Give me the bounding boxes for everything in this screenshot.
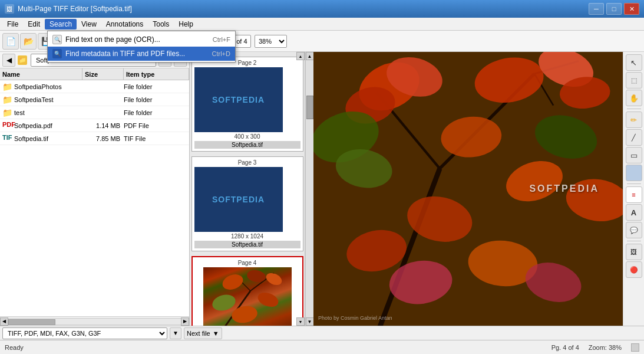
svg-point-8: [230, 304, 258, 324]
titlebar: 🖼 Multi-Page TIFF Editor [Softpedia.tif]…: [0, 0, 644, 18]
file-item-softpediatest[interactable]: 📁 SoftpediaTest File folder: [0, 93, 189, 106]
thumb-scroll-up[interactable]: ▲: [296, 52, 305, 60]
thumb-3-label: Page 3: [194, 159, 300, 166]
file-list-header: Name Size Item type: [0, 68, 189, 80]
file-type-softpediatest: File folder: [124, 96, 187, 103]
find-metadata-shortcut: Ctrl+D: [212, 50, 230, 57]
minimize-button[interactable]: ─: [589, 3, 604, 15]
sticky-note-tool[interactable]: 💬: [626, 222, 642, 238]
thumb-4-svg: [203, 267, 292, 326]
menu-annotations[interactable]: Annotations: [101, 19, 148, 30]
find-metadata-item[interactable]: 🔍 Find metadata in TIFF and PDF files...…: [48, 47, 235, 61]
thumb-vscroll-down[interactable]: ▼: [306, 317, 314, 326]
thumb-3-image: SOFTPEDIA: [194, 167, 283, 232]
rt-sep-2: [627, 183, 641, 184]
rectangle-tool[interactable]: ▭: [626, 147, 642, 163]
text-tool[interactable]: A: [626, 204, 642, 221]
col-header-name[interactable]: Name: [0, 68, 82, 80]
autumn-photo: SOFTPEDIA Photo by Cosmin Gabriel Antan: [313, 52, 623, 326]
svg-point-7: [256, 290, 280, 310]
menu-help[interactable]: Help: [174, 19, 198, 30]
nav-back-button[interactable]: ◀: [2, 54, 15, 67]
thumb-2-dims: 400 x 300: [194, 133, 300, 140]
col-header-type[interactable]: Item type: [124, 68, 189, 80]
thumb-page-2[interactable]: Page 2 SOFTPEDIA 400 x 300 Softpedia.tif: [191, 57, 303, 152]
file-type-softpediatif: TIF File: [124, 135, 187, 142]
zoom-select[interactable]: 38% 50% 75% 100%: [255, 35, 287, 48]
tif-icon-softpediatif: TIF: [2, 134, 12, 143]
next-file-label: Next file: [187, 330, 210, 337]
file-list-hscrollbar[interactable]: ◀ ▶: [0, 316, 189, 326]
file-size-softpediapdf: 1.14 MB: [85, 122, 124, 129]
menu-search[interactable]: Search: [45, 19, 77, 30]
find-text-label: Find text on the page (OCR)...: [65, 35, 160, 44]
line-tool[interactable]: ╱: [626, 129, 642, 146]
thumb-page-3[interactable]: Page 3 SOFTPEDIA 1280 x 1024 Softpedia.t…: [191, 156, 303, 251]
cursor-tool[interactable]: ↖: [626, 54, 642, 71]
hand-tool[interactable]: ✋: [626, 90, 642, 106]
thumb-scroll-down[interactable]: ▼: [296, 317, 305, 326]
menu-view[interactable]: View: [77, 19, 101, 30]
hscroll-left[interactable]: ◀: [0, 317, 8, 326]
thumb-vscroll-track: [306, 60, 314, 317]
status-text: Ready: [5, 344, 24, 351]
file-item-test[interactable]: 📁 test File folder: [0, 106, 189, 119]
pencil-tool[interactable]: ✏: [626, 112, 642, 128]
redact-tool[interactable]: ≡: [626, 186, 642, 203]
thumb-2-watermark: SOFTPEDIA: [212, 95, 265, 104]
status-page-info: Pg. 4 of 4: [551, 344, 579, 351]
open-button[interactable]: 📂: [20, 33, 37, 50]
close-button[interactable]: ✕: [624, 3, 639, 15]
file-name-softpediatif: Softpedia.tif: [14, 135, 85, 142]
find-metadata-icon: 🔍: [52, 49, 62, 58]
thumb-2-image: SOFTPEDIA: [194, 67, 283, 132]
next-file-dropdown-btn[interactable]: Next file ▼: [184, 327, 222, 339]
file-name-softpediapdf: Softpedia.pdf: [14, 122, 85, 129]
folder-icon-test: 📁: [2, 108, 12, 117]
titlebar-controls[interactable]: ─ □ ✕: [589, 3, 639, 15]
app-icon: 🖼: [5, 4, 14, 14]
file-type-softpediaphotos: File folder: [124, 83, 187, 90]
image-tool[interactable]: 🖼: [626, 244, 642, 260]
file-type-filter[interactable]: TIFF, PDF, MDI, FAX, G3N, G3F: [2, 327, 167, 339]
find-text-icon: 🔍: [52, 35, 62, 44]
toolbar-right: 38% 50% 75% 100%: [255, 35, 287, 48]
menubar: File Edit Search View Annotations Tools …: [0, 18, 644, 31]
thumb-panel-container: ▲ Page 2 SOFTPEDIA 400 x 300 Softpedia.t…: [190, 52, 313, 326]
next-file-arrow: ▼: [213, 330, 219, 337]
new-button[interactable]: 📄: [2, 33, 19, 50]
titlebar-left: 🖼 Multi-Page TIFF Editor [Softpedia.tif]: [5, 4, 132, 14]
restore-button[interactable]: □: [606, 3, 622, 15]
thumb-panel: ▲ Page 2 SOFTPEDIA 400 x 300 Softpedia.t…: [190, 52, 305, 326]
filled-rect-tool[interactable]: [626, 165, 642, 181]
find-text-ocr-item[interactable]: 🔍 Find text on the page (OCR)... Ctrl+F: [48, 32, 235, 47]
thumb-2-filename: Softpedia.tif: [194, 141, 300, 149]
select-rect-tool[interactable]: ⬚: [626, 72, 642, 88]
file-name-test: test: [14, 109, 85, 116]
hscroll-right[interactable]: ▶: [181, 317, 189, 326]
menu-file[interactable]: File: [2, 19, 23, 30]
stamp-tool[interactable]: 🔴: [626, 261, 642, 278]
menu-edit[interactable]: Edit: [23, 19, 45, 30]
file-size-softpediatif: 7.85 MB: [85, 135, 124, 142]
thumb-vscroll-thumb[interactable]: [306, 96, 313, 119]
file-item-softpediapdf[interactable]: PDF Softpedia.pdf 1.14 MB PDF File: [0, 119, 189, 132]
location-folder-icon: 📁: [18, 55, 27, 65]
file-item-softpediatif[interactable]: TIF Softpedia.tif 7.85 MB TIF File: [0, 132, 189, 145]
thumb-vscroll-up[interactable]: ▲: [306, 52, 314, 60]
hscroll-thumb: [8, 319, 55, 325]
thumb-vscrollbar[interactable]: ▲ ▼: [305, 52, 313, 326]
status-resize-grip[interactable]: [631, 343, 639, 352]
pdf-icon-softpediapdf: PDF: [2, 121, 12, 130]
folder-icon-softpediatest: 📁: [2, 95, 12, 104]
bottom-bar: TIFF, PDF, MDI, FAX, G3N, G3F ▼ Next fil…: [0, 326, 644, 340]
rt-sep-3: [627, 241, 641, 241]
col-header-size[interactable]: Size: [82, 68, 124, 80]
file-item-softpediaphotos[interactable]: 📁 SoftpediaPhotos File folder: [0, 80, 189, 93]
status-zoom-info: Zoom: 38%: [589, 344, 622, 351]
rt-sep-1: [627, 109, 641, 109]
filter-dropdown-btn[interactable]: ▼: [170, 327, 181, 339]
menu-tools[interactable]: Tools: [148, 19, 174, 30]
hscroll-track: [8, 318, 181, 325]
thumb-page-4[interactable]: Page 4 1280 x 1024: [191, 256, 303, 326]
